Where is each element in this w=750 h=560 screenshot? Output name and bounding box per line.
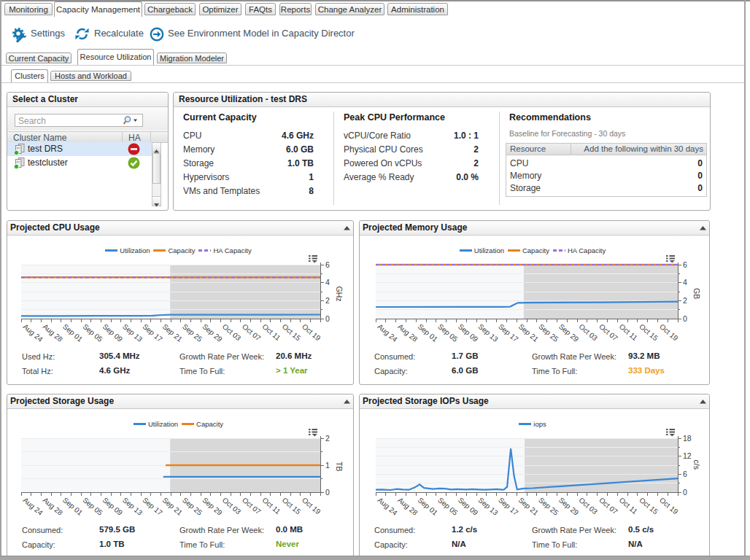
- svg-text:Aug 24: Aug 24: [376, 322, 400, 343]
- svg-text:Sep 05: Sep 05: [436, 496, 460, 517]
- svg-text:Sep 13: Sep 13: [477, 322, 500, 343]
- svg-text:0: 0: [325, 314, 330, 323]
- svg-text:Sep 29: Sep 29: [201, 496, 224, 517]
- svg-text:Oct 07: Oct 07: [241, 496, 263, 516]
- svg-text:Sep 29: Sep 29: [557, 496, 581, 517]
- svg-text:4: 4: [683, 278, 687, 287]
- svg-text:Aug 28: Aug 28: [42, 322, 65, 343]
- svg-text:18: 18: [683, 434, 692, 443]
- svg-text:Sep 17: Sep 17: [497, 496, 520, 517]
- svg-text:0: 0: [683, 314, 687, 323]
- svg-text:TB: TB: [335, 462, 344, 471]
- svg-text:Aug 24: Aug 24: [376, 496, 400, 517]
- svg-text:Sep 29: Sep 29: [557, 322, 581, 343]
- svg-text:Sep 21: Sep 21: [161, 322, 185, 343]
- svg-text:6: 6: [325, 260, 330, 269]
- svg-text:Sep 21: Sep 21: [517, 322, 541, 343]
- svg-text:0: 0: [325, 488, 330, 497]
- svg-text:Sep 21: Sep 21: [517, 496, 541, 517]
- svg-text:0: 0: [683, 488, 687, 497]
- svg-text:Sep 01: Sep 01: [61, 496, 85, 517]
- svg-text:Sep 25: Sep 25: [181, 322, 204, 343]
- svg-text:Oct 03: Oct 03: [221, 496, 243, 516]
- svg-text:Oct 11: Oct 11: [618, 496, 639, 516]
- svg-text:2: 2: [325, 434, 330, 443]
- svg-text:Sep 05: Sep 05: [436, 322, 460, 343]
- svg-text:Sep 05: Sep 05: [81, 496, 104, 517]
- svg-text:Oct 07: Oct 07: [241, 322, 263, 343]
- svg-text:Sep 01: Sep 01: [417, 496, 440, 517]
- svg-text:Oct 19: Oct 19: [658, 496, 680, 516]
- svg-text:Oct 19: Oct 19: [301, 322, 322, 343]
- svg-text:Aug 28: Aug 28: [396, 322, 420, 343]
- svg-text:Sep 17: Sep 17: [141, 496, 164, 517]
- svg-text:Oct 03: Oct 03: [578, 322, 600, 343]
- svg-text:Oct 11: Oct 11: [260, 322, 282, 342]
- svg-text:Oct 19: Oct 19: [301, 496, 322, 516]
- svg-text:Sep 09: Sep 09: [457, 322, 480, 343]
- svg-text:Sep 09: Sep 09: [457, 496, 480, 517]
- svg-text:Sep 13: Sep 13: [121, 496, 144, 517]
- svg-text:Oct 07: Oct 07: [598, 322, 619, 343]
- svg-text:Oct 15: Oct 15: [638, 496, 660, 516]
- svg-text:Sep 17: Sep 17: [141, 322, 164, 343]
- svg-text:GB: GB: [692, 288, 701, 299]
- svg-text:Aug 28: Aug 28: [42, 496, 65, 517]
- svg-text:c/s: c/s: [692, 460, 701, 470]
- svg-text:1: 1: [325, 461, 330, 470]
- svg-text:Aug 24: Aug 24: [21, 322, 45, 343]
- svg-text:Sep 01: Sep 01: [417, 322, 440, 343]
- svg-text:GHz: GHz: [335, 287, 344, 302]
- svg-text:Sep 25: Sep 25: [537, 322, 560, 343]
- svg-text:Aug 28: Aug 28: [396, 496, 420, 517]
- svg-text:Aug 24: Aug 24: [21, 496, 45, 517]
- svg-text:Oct 03: Oct 03: [578, 496, 600, 516]
- svg-text:Oct 11: Oct 11: [618, 322, 639, 342]
- svg-text:2: 2: [325, 296, 330, 305]
- svg-text:Sep 09: Sep 09: [101, 322, 125, 343]
- svg-text:Sep 01: Sep 01: [61, 322, 85, 343]
- svg-text:Oct 03: Oct 03: [221, 322, 243, 343]
- svg-text:Sep 05: Sep 05: [81, 322, 104, 343]
- svg-text:12: 12: [683, 451, 692, 460]
- svg-text:Oct 15: Oct 15: [281, 496, 303, 516]
- svg-text:4: 4: [325, 278, 330, 287]
- svg-text:Oct 15: Oct 15: [281, 322, 303, 343]
- svg-text:Oct 11: Oct 11: [260, 496, 282, 516]
- svg-text:Oct 19: Oct 19: [658, 322, 680, 343]
- svg-text:Sep 29: Sep 29: [201, 322, 224, 343]
- svg-text:Sep 09: Sep 09: [101, 496, 125, 517]
- svg-text:Sep 13: Sep 13: [121, 322, 144, 343]
- svg-text:Oct 15: Oct 15: [638, 322, 660, 343]
- svg-text:Sep 13: Sep 13: [477, 496, 500, 517]
- svg-text:Sep 25: Sep 25: [181, 496, 204, 517]
- svg-text:Sep 21: Sep 21: [161, 496, 185, 517]
- svg-text:6: 6: [683, 260, 687, 269]
- svg-text:Sep 17: Sep 17: [497, 322, 520, 343]
- svg-text:2: 2: [683, 296, 687, 305]
- svg-text:Sep 25: Sep 25: [537, 496, 560, 517]
- svg-text:Oct 07: Oct 07: [598, 496, 619, 516]
- svg-text:6: 6: [683, 470, 687, 478]
